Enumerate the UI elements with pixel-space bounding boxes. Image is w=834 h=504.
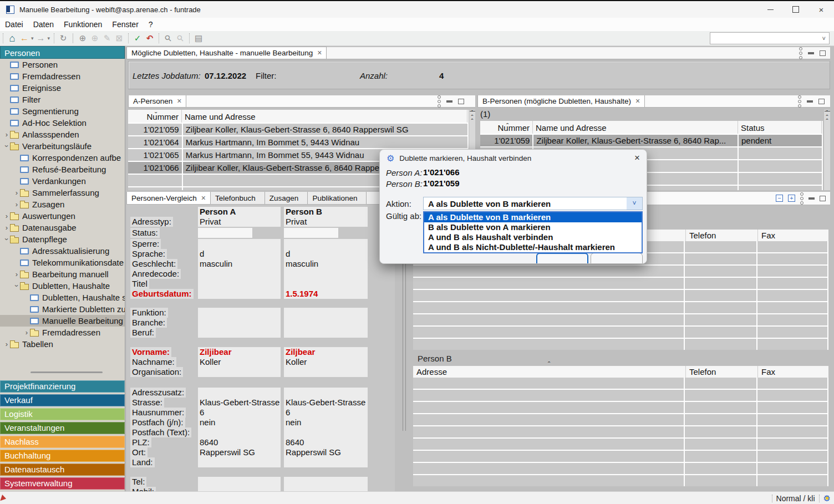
- back-dropdown-icon[interactable]: ▾: [31, 35, 34, 41]
- tree-item[interactable]: Segmentierung: [0, 105, 125, 117]
- undo-icon[interactable]: ↶: [144, 32, 156, 45]
- panel-maximize-icon[interactable]: [458, 99, 464, 104]
- forward-icon[interactable]: →: [35, 32, 47, 45]
- dialog-primary-button[interactable]: [536, 253, 588, 264]
- column-header-nummer[interactable]: ˇ Nummer: [128, 110, 182, 123]
- empty-row[interactable]: [413, 475, 828, 486]
- vergleich-tab[interactable]: Zusagen: [265, 192, 308, 204]
- panel-menu-icon[interactable]: [799, 47, 802, 59]
- module-bar[interactable]: Buchhaltung: [0, 450, 125, 462]
- main-tab[interactable]: Mögliche Dubletten, Haushalte - manuelle…: [126, 47, 327, 59]
- menu-item[interactable]: Fenster: [107, 18, 143, 31]
- vergleich-tab[interactable]: Publikationen: [308, 192, 367, 204]
- tree-item[interactable]: › Zusagen: [0, 198, 125, 210]
- empty-row[interactable]: [413, 314, 828, 325]
- confirm-icon[interactable]: ✓: [131, 32, 144, 45]
- minimize-button[interactable]: [757, 1, 783, 18]
- close-icon[interactable]: ×: [317, 47, 322, 59]
- panel-minimize-icon[interactable]: [807, 100, 813, 103]
- panel-maximize-icon[interactable]: [820, 50, 826, 56]
- twisty-icon[interactable]: ›: [13, 187, 20, 198]
- menu-item[interactable]: Datei: [0, 18, 28, 31]
- tree-item[interactable]: › Bearbeitung manuell: [0, 268, 125, 280]
- empty-row[interactable]: [413, 463, 828, 474]
- empty-row[interactable]: [413, 290, 828, 301]
- add-icon[interactable]: ⊕: [77, 32, 89, 45]
- empty-row[interactable]: [413, 278, 828, 289]
- module-bar[interactable]: Datenaustausch: [0, 464, 125, 476]
- tree-item[interactable]: › Dubletten, Haushalte: [0, 280, 125, 292]
- home-icon[interactable]: ⌂: [6, 32, 18, 45]
- tree-item[interactable]: Refusé-Bearbeitung: [0, 164, 125, 175]
- add-secondary-icon[interactable]: ⊕: [89, 32, 101, 45]
- aktion-combobox[interactable]: A als Dublette von B markieren ˅: [423, 197, 643, 210]
- tree-item[interactable]: Telekommunikationsdate: [0, 257, 125, 268]
- empty-row[interactable]: [413, 266, 828, 277]
- empty-row[interactable]: [413, 402, 828, 413]
- menu-item[interactable]: Daten: [28, 18, 59, 31]
- panel-maximize-icon[interactable]: [818, 99, 825, 104]
- panel-minimize-icon[interactable]: [808, 52, 814, 54]
- menu-item[interactable]: ?: [144, 18, 158, 31]
- tree-item[interactable]: Korrespondenzen aufbe: [0, 152, 125, 164]
- module-bar[interactable]: Veranstaltungen: [0, 422, 125, 434]
- tree-item[interactable]: › Datenpflege: [0, 233, 125, 245]
- toolbar-combobox[interactable]: ˅: [710, 32, 830, 44]
- empty-row[interactable]: [413, 414, 828, 425]
- print-icon[interactable]: ▤: [192, 32, 205, 45]
- module-bar[interactable]: Nachlass: [0, 436, 125, 448]
- panel-menu-icon[interactable]: [798, 95, 801, 108]
- close-icon[interactable]: ×: [635, 95, 640, 107]
- tree-horizontal-scrollbar[interactable]: [30, 371, 103, 373]
- empty-row[interactable]: [413, 451, 828, 462]
- panel-menu-icon[interactable]: [438, 95, 441, 108]
- vertical-scrollbar[interactable]: [403, 262, 406, 431]
- column-header-telefon[interactable]: Telefon: [686, 230, 758, 241]
- refresh-icon[interactable]: ↻: [57, 32, 69, 45]
- empty-row[interactable]: [413, 426, 828, 437]
- twisty-icon[interactable]: ›: [3, 338, 10, 350]
- maximize-button[interactable]: [783, 1, 808, 18]
- delete-icon[interactable]: ⊠: [113, 32, 125, 45]
- column-header-name[interactable]: Name und Adresse: [533, 121, 738, 134]
- dropdown-option[interactable]: B als Dublette von A markieren: [424, 222, 642, 232]
- dialog-close-icon[interactable]: ×: [634, 152, 640, 164]
- empty-row[interactable]: [413, 390, 828, 401]
- column-header-fax[interactable]: Fax: [758, 366, 828, 378]
- tree-item[interactable]: Adressaktualisierung: [0, 245, 125, 257]
- panel-minimize-icon[interactable]: [808, 197, 815, 200]
- back-icon[interactable]: ←: [18, 32, 30, 45]
- tree-item[interactable]: Fremdadressen: [0, 70, 125, 82]
- collapse-double-icon[interactable]: ˆˆ: [471, 116, 474, 124]
- empty-row[interactable]: [413, 439, 828, 450]
- panel-minimize-icon[interactable]: [446, 100, 452, 103]
- dropdown-option[interactable]: A als Dublette von B markieren: [424, 212, 642, 222]
- empty-row[interactable]: [413, 339, 828, 350]
- gear-icon[interactable]: ⚙: [823, 493, 831, 503]
- dropdown-option[interactable]: A und B als Nicht-Dublette/-Haushalt mar…: [424, 242, 642, 252]
- column-header-name[interactable]: Name und Adresse: [182, 110, 467, 123]
- column-header-nummer[interactable]: ˆ Nummer: [480, 121, 533, 134]
- twisty-icon[interactable]: ›: [3, 222, 10, 233]
- tree-item[interactable]: › Verarbeitungsläufe: [0, 140, 125, 152]
- close-button[interactable]: ×: [808, 1, 834, 18]
- expand-all-icon[interactable]: +: [788, 195, 795, 202]
- tree-item[interactable]: › Tabellen: [0, 338, 125, 350]
- table-row[interactable]: 1'021'059 Ziljbear Koller, Klaus-Gebert-…: [128, 124, 469, 135]
- tree-item[interactable]: › Anlassspenden: [0, 129, 125, 140]
- dropdown-option[interactable]: A und B als Haushalt verbinden: [424, 232, 642, 242]
- empty-row[interactable]: [413, 327, 828, 338]
- tree-item[interactable]: Markierte Dubletten zu: [0, 303, 125, 315]
- empty-row[interactable]: [413, 302, 828, 313]
- tree-item[interactable]: Manuelle Bearbeitung: [0, 315, 125, 327]
- column-header-status[interactable]: Status: [738, 121, 822, 134]
- tree-item[interactable]: › Sammelerfassung: [0, 187, 125, 198]
- twisty-icon[interactable]: ›: [13, 268, 20, 280]
- menu-item[interactable]: Funktionen: [59, 18, 107, 31]
- twisty-icon[interactable]: ›: [3, 210, 10, 222]
- forward-dropdown-icon[interactable]: ▾: [48, 35, 50, 41]
- twisty-icon[interactable]: ›: [13, 198, 20, 210]
- tree-item[interactable]: › Auswertungen: [0, 210, 125, 222]
- chevron-down-icon[interactable]: ˅: [627, 197, 642, 210]
- module-bar[interactable]: Logistik: [0, 408, 125, 420]
